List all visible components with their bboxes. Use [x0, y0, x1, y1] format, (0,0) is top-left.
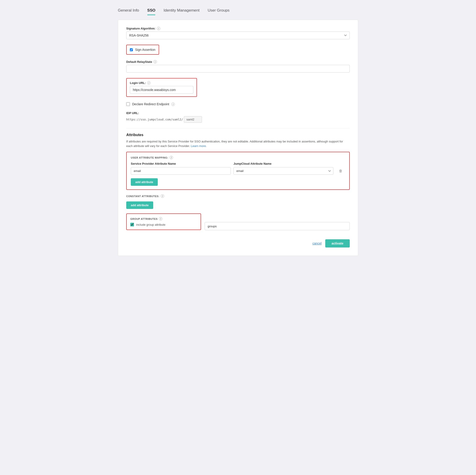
- page-container: General Info SSO Identity Management Use…: [118, 4, 358, 256]
- group-attr-highlight-box: GROUP ATTRIBUTES i include group attribu…: [126, 214, 201, 230]
- signature-algorithm-select-wrapper: RSA-SHA256: [126, 32, 350, 39]
- tabs-nav: General Info SSO Identity Management Use…: [118, 4, 358, 15]
- signature-algorithm-label: Signature Algorithm: i: [126, 27, 350, 30]
- sign-assertion-highlight-box: Sign Assertion: [126, 45, 159, 55]
- divider-1: [126, 128, 350, 128]
- group-attributes-info-icon[interactable]: i: [159, 217, 162, 220]
- declare-redirect-checkbox[interactable]: [126, 102, 130, 106]
- tab-user-groups[interactable]: User Groups: [208, 8, 229, 15]
- group-attributes-section: GROUP ATTRIBUTES i include group attribu…: [126, 214, 350, 230]
- cancel-button[interactable]: cancel: [312, 242, 322, 245]
- constant-attributes-section: CONSTANT ATTRIBUTES: i add attribute: [126, 194, 350, 209]
- user-attribute-mapping-box: USER ATTRIBUTE MAPPING: i Service Provid…: [126, 152, 350, 190]
- activate-button[interactable]: activate: [325, 239, 350, 247]
- default-relaystate-input[interactable]: [126, 65, 350, 73]
- tab-sso[interactable]: SSO: [147, 8, 155, 15]
- declare-redirect-section: Declare Redirect Endpoint i: [126, 102, 350, 106]
- include-group-attribute-checkbox[interactable]: [130, 223, 134, 226]
- idp-url-suffix: saml2: [184, 116, 202, 123]
- login-url-section: Login URL: i: [126, 78, 350, 97]
- idp-url-row: https://sso.jumpcloud.com/saml2/ saml2: [126, 116, 350, 123]
- jc-attr-name-header: JumpCloud Attribute Name: [234, 162, 333, 165]
- signature-algorithm-info-icon[interactable]: i: [157, 27, 160, 30]
- tab-general-info[interactable]: General Info: [118, 8, 139, 15]
- login-url-input[interactable]: [130, 86, 193, 94]
- user-attribute-mapping-label: USER ATTRIBUTE MAPPING: i: [131, 156, 345, 159]
- attributes-title: Attributes: [126, 133, 350, 137]
- declare-redirect-label: Declare Redirect Endpoint: [132, 102, 169, 106]
- signature-algorithm-select[interactable]: RSA-SHA256: [126, 32, 350, 39]
- sp-attr-input[interactable]: [131, 167, 231, 175]
- sp-attr-name-header: Service Provider Attribute Name: [131, 162, 231, 165]
- sign-assertion-section: Sign Assertion: [126, 45, 350, 55]
- add-attribute-button-1[interactable]: add attribute: [131, 178, 158, 186]
- learn-more-link[interactable]: Learn more.: [191, 144, 207, 148]
- idp-url-label: IDP URL:: [126, 111, 350, 115]
- default-relaystate-label: Default RelayState i: [126, 60, 350, 64]
- user-attribute-mapping-info-icon[interactable]: i: [170, 156, 173, 159]
- jc-attr-select-wrapper: email: [234, 167, 333, 175]
- login-url-highlight-box: Login URL: i: [126, 78, 197, 97]
- mapping-headers: Service Provider Attribute Name JumpClou…: [131, 162, 345, 165]
- constant-attributes-info-icon[interactable]: i: [161, 194, 164, 198]
- constant-attributes-label: CONSTANT ATTRIBUTES: i: [126, 194, 350, 198]
- add-attribute-button-2[interactable]: add attribute: [126, 201, 153, 209]
- declare-redirect-row: Declare Redirect Endpoint i: [126, 102, 350, 106]
- trash-icon: 🗑: [339, 169, 342, 173]
- signature-algorithm-section: Signature Algorithm: i RSA-SHA256: [126, 27, 350, 39]
- sign-assertion-label: Sign Assertion: [135, 48, 155, 52]
- delete-mapping-btn[interactable]: 🗑: [336, 168, 345, 174]
- declare-redirect-info-icon[interactable]: i: [171, 103, 175, 106]
- footer-actions: cancel activate: [126, 236, 350, 247]
- default-relaystate-info-icon[interactable]: i: [153, 60, 157, 64]
- sign-assertion-checkbox[interactable]: [130, 48, 133, 51]
- tab-identity-management[interactable]: Identity Management: [163, 8, 200, 15]
- idp-url-section: IDP URL: https://sso.jumpcloud.com/saml2…: [126, 111, 350, 123]
- login-url-label: Login URL: i: [130, 81, 193, 85]
- group-attributes-label: GROUP ATTRIBUTES i: [130, 217, 197, 220]
- idp-url-prefix: https://sso.jumpcloud.com/saml2/: [126, 118, 184, 121]
- jc-attr-select[interactable]: email: [234, 167, 333, 175]
- attributes-desc: If attributes are required by this Servi…: [126, 139, 350, 148]
- include-group-attribute-label: include group attribute: [136, 223, 166, 226]
- group-attribute-value-input[interactable]: [205, 222, 350, 230]
- group-attributes-row: GROUP ATTRIBUTES i include group attribu…: [126, 214, 350, 230]
- attributes-section: Attributes If attributes are required by…: [126, 133, 350, 230]
- group-include-row: include group attribute: [130, 223, 197, 226]
- main-card: Signature Algorithm: i RSA-SHA256 Sign A…: [118, 20, 358, 256]
- default-relaystate-section: Default RelayState i: [126, 60, 350, 73]
- login-url-info-icon[interactable]: i: [147, 81, 151, 85]
- mapping-row-1: email 🗑: [131, 167, 345, 175]
